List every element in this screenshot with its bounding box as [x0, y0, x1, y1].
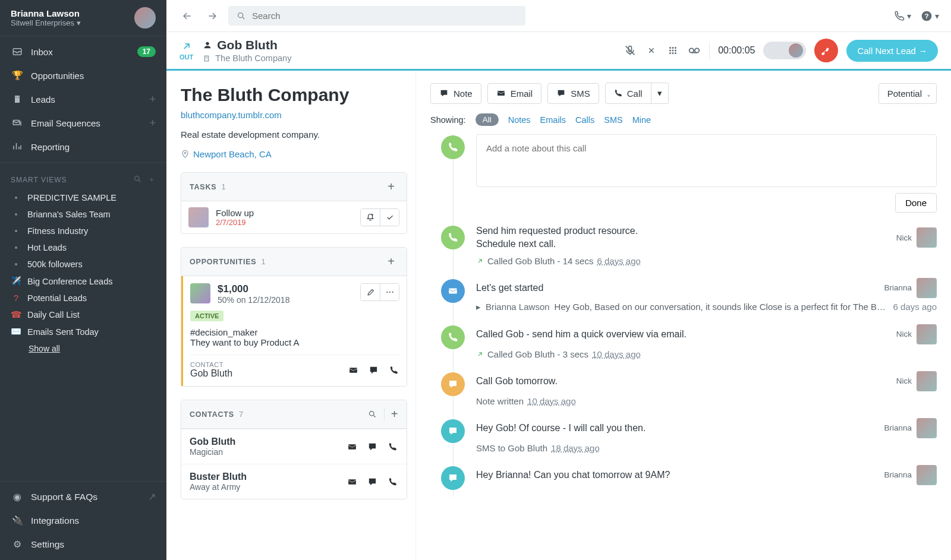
- nav-integrations[interactable]: 🔌Integrations: [0, 509, 166, 533]
- smart-view-item[interactable]: •500k followers: [0, 256, 166, 273]
- hangup-button[interactable]: [814, 39, 838, 62]
- search-input[interactable]: [252, 11, 517, 21]
- sms-button[interactable]: SMS: [547, 83, 599, 104]
- call-assign-toggle[interactable]: [763, 42, 806, 59]
- trophy-icon: 🏆: [11, 69, 24, 82]
- tasks-header: TASKS 1 +: [181, 173, 407, 201]
- avatar[interactable]: [134, 7, 156, 29]
- filter-sms[interactable]: SMS: [604, 115, 622, 125]
- search-input-container[interactable]: [228, 6, 525, 26]
- lead-location[interactable]: Newport Beach, CA: [181, 149, 407, 159]
- search-icon[interactable]: [133, 175, 142, 185]
- nav-email-sequences[interactable]: Email Sequences +: [0, 111, 166, 135]
- complete-task-button[interactable]: [380, 209, 399, 226]
- forward-button[interactable]: [203, 7, 221, 25]
- voicemail-button[interactable]: [688, 44, 701, 57]
- note-button[interactable]: Note: [430, 83, 481, 104]
- add-lead-icon[interactable]: +: [149, 93, 156, 106]
- email-icon[interactable]: [347, 364, 359, 376]
- lead-url[interactable]: bluthcompany.tumblr.com: [181, 110, 282, 120]
- smart-view-item[interactable]: •Hot Leads: [0, 239, 166, 256]
- sms-icon[interactable]: [366, 441, 378, 453]
- lead-details-column: The Bluth Company bluthcompany.tumblr.co…: [166, 71, 416, 560]
- svg-rect-29: [449, 288, 457, 293]
- sms-icon: [441, 466, 465, 490]
- sidebar-footer: ◉Support & FAQs↗ 🔌Integrations ⚙Settings: [0, 481, 166, 560]
- search-contacts-button[interactable]: [368, 410, 377, 419]
- task-actions: [360, 208, 399, 226]
- done-button[interactable]: Done: [895, 193, 937, 213]
- activity-item[interactable]: Hey Brianna! Can you chat tomorrow at 9A…: [476, 465, 937, 497]
- note-textarea[interactable]: [486, 143, 927, 176]
- email-button[interactable]: Email: [487, 83, 542, 104]
- main: ▾ ?▾ OUT Gob Bluth The Bluth Company 00:…: [166, 0, 951, 560]
- opportunities-header: OPPORTUNITIES 1 +: [181, 248, 407, 276]
- activity-item[interactable]: Send him requested product resource. Sch…: [476, 224, 937, 278]
- svg-rect-1: [15, 96, 20, 103]
- add-task-button[interactable]: +: [384, 180, 398, 194]
- activity-item[interactable]: Hey Gob! Of course - I will call you the…: [476, 418, 937, 465]
- phone-menu[interactable]: ▾: [894, 11, 911, 21]
- map-pin-icon: [181, 150, 190, 159]
- nav-support[interactable]: ◉Support & FAQs↗: [0, 485, 166, 509]
- opportunity-menu-button[interactable]: ⋯: [380, 284, 399, 300]
- filter-all[interactable]: All: [476, 113, 499, 126]
- activity-item[interactable]: Call Gob tomorrow. Nick Note written 10 …: [476, 371, 937, 418]
- svg-rect-10: [204, 56, 209, 61]
- call-button[interactable]: Call: [605, 83, 651, 104]
- chart-icon: [11, 140, 24, 153]
- add-smart-view-icon[interactable]: ＋: [148, 175, 156, 185]
- nav-leads[interactable]: Leads +: [0, 87, 166, 111]
- gear-icon: ⚙: [11, 538, 24, 551]
- svg-rect-3: [18, 97, 18, 97]
- transfer-button[interactable]: [645, 44, 658, 57]
- contact-row[interactable]: Buster Bluth Away at Army: [181, 464, 407, 499]
- lead-status-select[interactable]: Potential: [878, 83, 937, 104]
- phone-icon[interactable]: [386, 476, 398, 488]
- email-icon[interactable]: [346, 476, 358, 488]
- edit-opportunity-button[interactable]: [361, 284, 380, 300]
- call-bar: OUT Gob Bluth The Bluth Company 00:00:05…: [166, 32, 951, 71]
- filter-notes[interactable]: Notes: [508, 115, 531, 125]
- filter-emails[interactable]: Emails: [540, 115, 566, 125]
- call-dropdown-button[interactable]: ▾: [651, 83, 669, 104]
- smart-view-item[interactable]: ☎Daily Call List: [0, 306, 166, 323]
- phone-icon[interactable]: [386, 441, 398, 453]
- smart-view-item[interactable]: ?Potential Leads: [0, 290, 166, 306]
- smart-view-item[interactable]: ✈️Big Conference Leads: [0, 273, 166, 290]
- contact-row[interactable]: Gob Bluth Magician: [181, 429, 407, 464]
- avatar: [917, 371, 937, 391]
- sms-icon[interactable]: [366, 476, 378, 488]
- nav-inbox[interactable]: Inbox 17: [0, 40, 166, 64]
- nav-opportunities[interactable]: 🏆 Opportunities: [0, 64, 166, 87]
- svg-point-15: [669, 50, 671, 52]
- filter-mine[interactable]: Mine: [632, 115, 651, 125]
- back-button[interactable]: [178, 7, 196, 25]
- smart-view-item[interactable]: •Fitness Industry: [0, 223, 166, 239]
- nav-settings[interactable]: ⚙Settings: [0, 533, 166, 556]
- add-opportunity-button[interactable]: +: [384, 255, 398, 268]
- smart-view-item[interactable]: ✉️Emails Sent Today: [0, 323, 166, 340]
- smart-view-item[interactable]: •Brianna's Sales Team: [0, 206, 166, 223]
- task-row[interactable]: Follow up 2/7/2019: [181, 201, 407, 233]
- smart-view-item[interactable]: •PREDICTIVE SAMPLE: [0, 189, 166, 206]
- org-switcher[interactable]: Sitwell Enterprises▾: [11, 18, 134, 27]
- filter-calls[interactable]: Calls: [575, 115, 594, 125]
- note-icon: [441, 372, 465, 396]
- activity-item[interactable]: Let's get started Brianna ▸Brianna Lawso…: [476, 278, 937, 324]
- sms-icon[interactable]: [367, 364, 379, 376]
- activity-item[interactable]: Called Gob - send him a quick overview v…: [476, 324, 937, 371]
- phone-icon[interactable]: [388, 364, 399, 376]
- add-contact-button[interactable]: +: [384, 407, 398, 421]
- add-sequence-icon[interactable]: +: [149, 117, 156, 129]
- show-all-link[interactable]: Show all: [0, 340, 166, 357]
- call-next-lead-button[interactable]: Call Next Lead →: [846, 40, 938, 62]
- help-menu[interactable]: ?▾: [921, 10, 939, 22]
- nav-reporting[interactable]: Reporting: [0, 135, 166, 159]
- mute-button[interactable]: [623, 44, 637, 57]
- snooze-button[interactable]: [361, 209, 380, 226]
- dialpad-button[interactable]: [666, 44, 679, 57]
- topbar: ▾ ?▾: [166, 0, 951, 32]
- question-icon: ?: [11, 293, 21, 303]
- email-icon[interactable]: [346, 441, 358, 453]
